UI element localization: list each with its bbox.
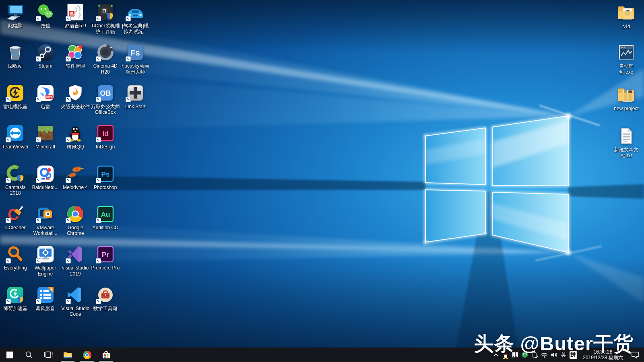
desktop-icon-everything[interactable]: Everything (0, 245, 31, 285)
mint-accelerator-icon (6, 285, 25, 304)
task-view-icon (43, 350, 53, 359)
desktop-icon-ticher[interactable]: Ti TiCher装机维护工具箱 (91, 2, 121, 43)
desktop-icon-new-project-folder[interactable]: new project (610, 85, 642, 112)
desktop-icon-visual-studio-2019[interactable]: visual studio 2019 (60, 245, 91, 285)
icon-label: 易语言5.9 (65, 23, 86, 29)
camtasia-icon (6, 164, 25, 183)
icon-label: 暴风影音 (36, 306, 55, 312)
file-explorer-icon (63, 350, 72, 359)
svg-text:Ps: Ps (101, 171, 109, 178)
icon-label: Minecraft (35, 144, 55, 150)
desktop-icon-math-toolbox[interactable]: 数学工具箱 (91, 285, 121, 325)
microsoft-store-button[interactable] (97, 348, 116, 362)
shortcut-arrow-icon (36, 97, 41, 102)
desktop-icon-new-text-document[interactable]: 新建文本文档.txt (610, 126, 642, 158)
qq-icon (66, 123, 85, 143)
desktop-icon-ldplayer[interactable]: 雷电模拟器 (0, 83, 31, 123)
cinema4d-icon (96, 43, 115, 62)
desktop-icon-minecraft[interactable]: Minecraft (31, 123, 61, 164)
photoshop-icon: Ps (96, 164, 115, 183)
desktop-icon-c4d-folder[interactable]: c4d (610, 3, 642, 30)
shortcut-arrow-icon (66, 299, 71, 304)
icon-label: VMware Workstati... (31, 225, 60, 237)
svg-text:Au: Au (101, 211, 110, 218)
desktop-icon-camtasia[interactable]: Camtasia 2018 (0, 164, 31, 204)
desktop-icon-baidunetdisk[interactable]: BaiduNetd... (31, 164, 61, 204)
desktop-icon-wechat[interactable]: 微信 (31, 2, 61, 43)
icon-label: Visual Studio Code (60, 306, 90, 317)
desktop-icon-ccleaner[interactable]: C CCleaner (0, 204, 31, 245)
desktop-icon-baofeng[interactable]: 16 暴风影音 (31, 285, 61, 325)
desktop-icon-vscode[interactable]: Visual Studio Code (60, 285, 91, 325)
file-explorer-button[interactable] (58, 348, 77, 362)
shortcut-arrow-icon (96, 97, 101, 102)
shortcut-arrow-icon (36, 258, 41, 263)
text-document-icon (617, 126, 636, 146)
icon-label: 薄荷加速器 (3, 306, 27, 312)
shortcut-arrow-icon (36, 16, 41, 21)
minecraft-icon (36, 123, 55, 143)
link-start-icon (126, 83, 145, 103)
desktop-icon-officebox[interactable]: OB 万彩办公大师 OfficeBox (91, 83, 121, 123)
icon-label: 此电脑 (8, 23, 23, 29)
officebox-icon: OB (96, 83, 115, 103)
icon-label: Everything (4, 265, 27, 271)
desktop-icon-chrome[interactable]: Google Chrome (60, 204, 91, 245)
shortcut-arrow-icon (96, 299, 101, 304)
baofeng-icon: 16 (36, 285, 55, 304)
icon-label: Premiere Pro (91, 265, 120, 271)
desktop-icon-premiere[interactable]: Pr Premiere Pro (91, 245, 121, 285)
icon-label: 自动钓鱼.exe (613, 63, 640, 75)
desktop-icon-steam[interactable]: Steam (31, 43, 61, 83)
desktop-icon-link-start[interactable]: Link Start (120, 83, 151, 123)
desktop-icon-this-pc[interactable]: 此电脑 (0, 2, 31, 43)
visual-studio-2019-icon (66, 245, 85, 264)
start-button[interactable] (0, 348, 19, 362)
shortcut-arrow-icon (66, 16, 71, 21)
ticher-icon: Ti (96, 2, 115, 22)
taskbar-chrome-button[interactable] (77, 348, 97, 362)
icon-label: TeamViewer (2, 144, 29, 150)
desktop-icon-vmware[interactable]: VMware Workstati... (31, 204, 61, 245)
shortcut-arrow-icon (66, 137, 71, 142)
desktop-icon-autofish-exe[interactable]: 自动钓鱼.exe (610, 43, 642, 75)
icon-label: InDesign (96, 144, 115, 150)
icon-label: 数学工具箱 (93, 306, 118, 312)
shortcut-arrow-icon (6, 137, 11, 142)
desktop-icon-qq[interactable]: 腾讯QQ (60, 123, 91, 164)
icon-label: 火绒安全软件 (61, 104, 90, 110)
taskbar-search-button[interactable] (19, 348, 39, 362)
shortcut-arrow-icon (36, 218, 41, 223)
desktop-icon-software-manager[interactable]: 软件管理 (60, 43, 91, 83)
desktop-icon-cinema4d[interactable]: Cinema 4D R20 (91, 43, 121, 83)
teamviewer-icon (6, 123, 25, 143)
baidunetdisk-icon (36, 164, 55, 183)
desktop-icon-indesign[interactable]: Id InDesign (91, 123, 121, 164)
icon-label: CCleaner (5, 225, 26, 231)
shortcut-arrow-icon (6, 178, 11, 183)
desktop-icon-yiyuyan[interactable]: 易 易语言5.9 (60, 2, 91, 43)
desktop-icon-xunlei[interactable]: 2020 迅雷 (31, 83, 61, 123)
indesign-icon: Id (96, 123, 115, 143)
wechat-icon (36, 2, 55, 22)
desktop-icon-jiakao[interactable]: [驾考宝典]模拟考试练... (120, 2, 151, 43)
desktop-icon-photoshop[interactable]: Ps Photoshop (91, 164, 121, 204)
desktop-icon-mint-accelerator[interactable]: 薄荷加速器 (0, 285, 31, 325)
desktop-icon-huorong[interactable]: 火绒安全软件 (60, 83, 91, 123)
svg-text:♻: ♻ (12, 50, 18, 57)
jiakao-car-icon (126, 2, 145, 22)
desktop-icon-audition[interactable]: Au Audition CC (91, 204, 121, 245)
desktop-icon-melodyne[interactable]: Melodyne 4 (60, 164, 91, 204)
desktop-icon-wallpaper-engine[interactable]: Wallpaper Engine (31, 245, 61, 285)
svg-text:OB: OB (100, 89, 111, 97)
desktop-icon-focusky[interactable]: Fs Focusky动画演示大师 (120, 43, 151, 83)
icon-label: c4d (622, 24, 630, 30)
software-manager-icon (66, 43, 85, 62)
shortcut-arrow-icon (96, 137, 101, 142)
shortcut-arrow-icon (96, 16, 101, 21)
steam-icon (36, 43, 55, 62)
microsoft-store-icon (101, 350, 111, 360)
desktop-icon-recycle-bin[interactable]: ♻ 回收站 (0, 43, 31, 83)
desktop-icon-teamviewer[interactable]: TeamViewer (0, 123, 31, 164)
task-view-button[interactable] (39, 348, 58, 362)
